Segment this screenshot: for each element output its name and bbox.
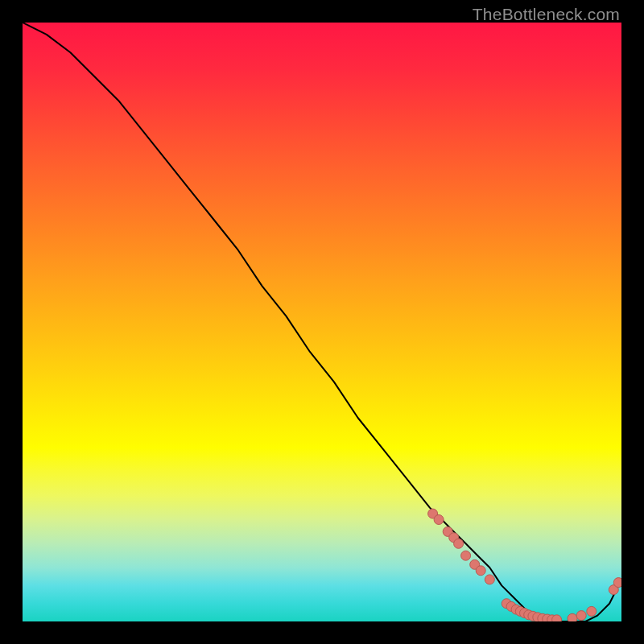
data-point bbox=[461, 551, 471, 560]
line-series bbox=[23, 23, 621, 621]
data-point bbox=[434, 515, 444, 525]
data-point bbox=[613, 578, 621, 588]
bottleneck-curve bbox=[23, 23, 621, 621]
data-point bbox=[485, 575, 494, 584]
data-point bbox=[476, 566, 485, 576]
plot-area bbox=[23, 23, 621, 621]
data-point bbox=[454, 539, 464, 548]
point-markers bbox=[428, 509, 621, 621]
data-point bbox=[576, 611, 586, 621]
attribution-text: TheBottleneck.com bbox=[473, 5, 620, 24]
chart-svg bbox=[23, 23, 621, 621]
data-point bbox=[568, 613, 577, 621]
data-point bbox=[552, 615, 562, 621]
chart-stage: TheBottleneck.com bbox=[0, 0, 644, 644]
data-point bbox=[587, 606, 597, 616]
